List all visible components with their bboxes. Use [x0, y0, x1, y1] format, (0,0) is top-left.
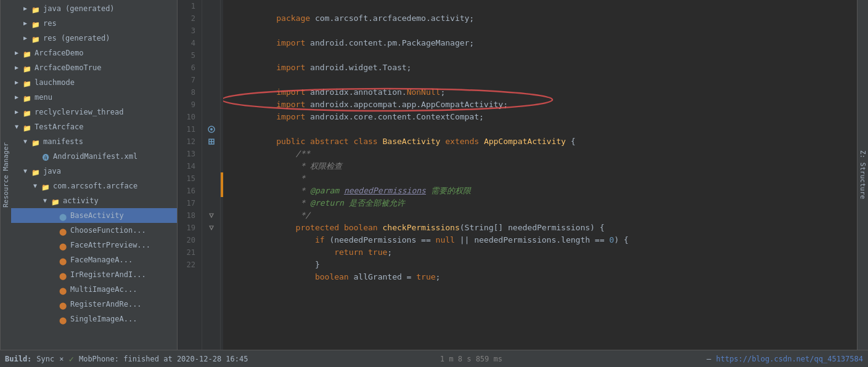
- tree-item-activity[interactable]: ▼ 📁 activity: [11, 193, 177, 208]
- tree-item-singleimage[interactable]: ⬤ SingleImageA...: [11, 312, 177, 326]
- status-message: MobPhone: finished at 2020-12-28 16:45: [79, 355, 248, 363]
- close-build-button[interactable]: ×: [59, 355, 63, 363]
- line-num-15: 15: [178, 172, 198, 185]
- tree-item-arcfacedemotrue[interactable]: ▶ 📁 ArcfaceDemoTrue: [11, 60, 177, 75]
- gutter-12-fold[interactable]: [202, 135, 220, 148]
- tree-item-facemanage[interactable]: ⬤ FaceManageA...: [11, 252, 177, 267]
- tree-arrow: [51, 224, 58, 236]
- project-tree: ▶ 📁 java (generated) ▶ 📁 res ▶ 📁 res (ge…: [11, 0, 177, 350]
- editor-area: 1 2 3 4 5 6 7 8 9 10 11 12 13 14 15 16 1…: [178, 0, 868, 350]
- tree-arrow: ▶: [15, 47, 22, 59]
- class-icon: ⬤: [58, 315, 68, 323]
- code-lines[interactable]: package com.arcsoft.arcfacedemo.activity…: [223, 0, 857, 350]
- line-num-21: 21: [178, 246, 198, 259]
- tree-arrow: ▼: [15, 121, 22, 133]
- gutter-14: [202, 160, 220, 172]
- tree-item-res-generated[interactable]: ▶ 📁 res (generated): [11, 31, 177, 46]
- gutter-20: [202, 234, 220, 246]
- folder-icon: 📁: [22, 93, 32, 102]
- link-text: https://blog.csdn.net/qq_45137584: [716, 355, 863, 363]
- editor-wrapper: 1 2 3 4 5 6 7 8 9 10 11 12 13 14 15 16 1…: [178, 0, 868, 350]
- tree-item-lauchmode[interactable]: ▶ 📁 lauchmode: [11, 75, 177, 90]
- tree-item-testarcface[interactable]: ▼ 📁 TestArcface: [11, 119, 177, 134]
- success-icon: ✓: [69, 354, 74, 364]
- gutter-21: [202, 246, 220, 259]
- minimize-button[interactable]: –: [706, 355, 711, 363]
- tree-arrow: ▶: [23, 2, 31, 15]
- tree-item-java-generated[interactable]: ▶ 📁 java (generated): [11, 1, 177, 16]
- tree-item-choosefunction[interactable]: ⬤ ChooseFunction...: [11, 223, 177, 238]
- tree-arrow: [51, 283, 58, 296]
- gutter-1: [202, 0, 220, 12]
- tree-item-multiimage[interactable]: ⬤ MultiImageAc...: [11, 282, 177, 297]
- tree-arrow: [51, 298, 58, 310]
- tree-arrow: ▼: [33, 180, 41, 192]
- gutter-13: [202, 148, 220, 160]
- tree-item-faceattrpreview[interactable]: ⬤ FaceAttrPreview...: [11, 238, 177, 252]
- folder-icon: 📁: [31, 137, 41, 146]
- tree-item-reclyclerview[interactable]: ▶ 📁 reclyclerview_thread: [11, 105, 177, 119]
- gutter-11[interactable]: [202, 123, 220, 135]
- project-panel: ▶ 📁 java (generated) ▶ 📁 res ▶ 📁 res (ge…: [11, 0, 178, 350]
- tree-item-androidmanifest[interactable]: 🅐 AndroidManifest.xml: [11, 149, 177, 164]
- sync-label[interactable]: Sync: [36, 355, 54, 363]
- gutter-icons: [202, 0, 221, 350]
- tree-item-java[interactable]: ▼ 📁 java: [11, 164, 177, 179]
- resource-manager-tab[interactable]: Resource Manager: [0, 0, 11, 350]
- line-num-8: 8: [178, 86, 198, 99]
- tree-label: ArcfaceDemoTrue: [35, 62, 101, 74]
- class-icon: ⬤: [58, 226, 68, 235]
- structure-label: Z: Structure: [859, 150, 867, 199]
- folder-icon: 📁: [41, 182, 51, 190]
- tree-item-irregister[interactable]: ⬤ IrRegisterAndI...: [11, 267, 177, 282]
- main-container: Resource Manager ▶ 📁 java (generated) ▶ …: [0, 0, 868, 350]
- tree-arrow: [51, 209, 58, 222]
- tree-arrow: ▶: [23, 17, 31, 30]
- gutter-9: [202, 99, 220, 111]
- tree-item-arcfacedemo[interactable]: ▶ 📁 ArcfaceDemo: [11, 46, 177, 60]
- gutter-19-fold[interactable]: [202, 222, 220, 234]
- gutter-5: [202, 49, 220, 62]
- gutter-17: [202, 197, 220, 209]
- tree-label: lauchmode: [35, 76, 75, 89]
- class-icon: ⬤: [58, 285, 68, 294]
- line-num-16: 16: [178, 185, 198, 197]
- tree-item-manifests[interactable]: ▼ 📁 manifests: [11, 134, 177, 149]
- svg-marker-5: [210, 214, 213, 217]
- code-line-5: import android.widget.Toast;: [228, 49, 852, 62]
- folder-icon: 📁: [22, 123, 32, 131]
- tree-label: ChooseFunction...: [70, 224, 146, 236]
- line-num-10: 10: [178, 111, 198, 123]
- line-num-5: 5: [178, 49, 198, 62]
- gutter-16: [202, 185, 220, 197]
- line-num-3: 3: [178, 25, 198, 37]
- gutter-10: [202, 111, 220, 123]
- line-num-4: 4: [178, 37, 198, 49]
- tree-item-baseactivity[interactable]: ⬤ BaseActivity: [11, 208, 177, 223]
- gutter-8: [202, 86, 220, 99]
- tree-arrow: ▶: [15, 91, 22, 103]
- line-num-18: 18: [178, 209, 198, 222]
- tree-item-registerandre[interactable]: ⬤ RegisterAndRe...: [11, 297, 177, 312]
- tree-item-menu[interactable]: ▶ 📁 menu: [11, 90, 177, 105]
- tree-item-com-arcsoft[interactable]: ▼ 📁 com.arcsoft.arcface: [11, 179, 177, 193]
- line-num-6: 6: [178, 62, 198, 74]
- resource-manager-label: Resource Manager: [2, 142, 10, 208]
- folder-icon: 📁: [22, 49, 32, 57]
- status-left: Build: Sync × ✓ MobPhone: finished at 20…: [5, 354, 711, 364]
- tree-item-res[interactable]: ▶ 📁 res: [11, 16, 177, 31]
- tree-label: com.arcsoft.arcface: [53, 180, 137, 192]
- build-label: Build:: [5, 355, 31, 363]
- tree-label: res: [43, 17, 57, 30]
- folder-icon: 📁: [31, 4, 41, 13]
- tree-label: FaceAttrPreview...: [70, 239, 150, 251]
- gutter-7: [202, 74, 220, 86]
- tree-arrow: ▶: [15, 106, 22, 118]
- structure-tab[interactable]: Z: Structure: [857, 0, 868, 350]
- status-link[interactable]: https://blog.csdn.net/qq_45137584: [716, 355, 863, 363]
- class-icon: ⬤: [58, 270, 68, 279]
- folder-icon: 📁: [51, 196, 60, 205]
- tree-label: MultiImageAc...: [70, 283, 137, 296]
- gutter-18-fold[interactable]: [202, 209, 220, 222]
- folder-icon: 📁: [22, 78, 32, 87]
